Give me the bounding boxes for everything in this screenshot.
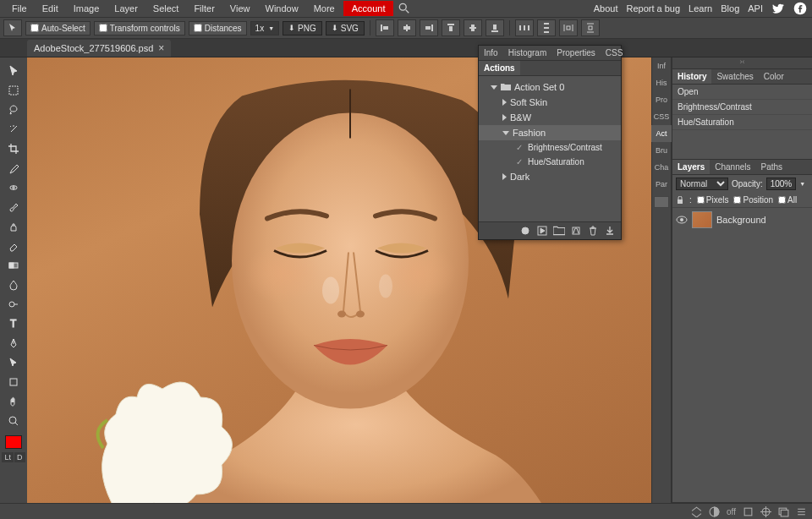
hand-tool[interactable] <box>3 391 24 411</box>
rtab-brush[interactable]: Bru <box>651 142 672 159</box>
rtab-info[interactable]: Inf <box>651 57 672 74</box>
distribute-h-button[interactable] <box>515 19 534 36</box>
lasso-tool[interactable] <box>3 100 24 119</box>
menu-file[interactable]: File <box>5 1 34 16</box>
blur-tool[interactable] <box>3 275 24 294</box>
channels-tab[interactable]: Channels <box>710 160 755 174</box>
pen-tool[interactable] <box>3 333 24 352</box>
move-tool[interactable] <box>3 61 24 80</box>
rtab-actions[interactable]: Act <box>651 125 672 142</box>
menu-window[interactable]: Window <box>259 1 305 16</box>
foreground-color[interactable] <box>5 435 22 449</box>
align-left-button[interactable] <box>376 19 394 36</box>
link-blog[interactable]: Blog <box>721 3 739 14</box>
float-tab-info[interactable]: Info <box>479 46 503 60</box>
light-mode[interactable]: Lt <box>2 452 14 462</box>
path-select-tool[interactable] <box>3 352 24 372</box>
menu-filter[interactable]: Filter <box>187 1 221 16</box>
rtab-history[interactable]: His <box>651 74 672 91</box>
action-step[interactable]: ✓Hue/Saturation <box>479 155 621 169</box>
layers-tab[interactable]: Layers <box>672 160 710 174</box>
rtab-thumbnail[interactable] <box>654 196 669 208</box>
sb-expand-icon[interactable] <box>691 506 702 517</box>
menu-view[interactable]: View <box>223 1 257 16</box>
record-icon[interactable] <box>519 226 531 236</box>
align-center-h-button[interactable] <box>398 19 416 36</box>
layer-item[interactable]: Background <box>672 208 812 232</box>
menu-edit[interactable]: Edit <box>36 1 65 16</box>
auto-select-option[interactable]: Auto-Select <box>25 21 91 36</box>
menu-more[interactable]: More <box>307 1 342 16</box>
history-item[interactable]: Brightness/Contrast <box>672 100 812 115</box>
sb-square-icon[interactable] <box>743 506 754 517</box>
distribute-spacing-v-button[interactable] <box>581 19 600 36</box>
rtab-css[interactable]: CSS <box>651 108 672 125</box>
action-item[interactable]: Soft Skin <box>479 95 621 110</box>
color-swatches[interactable]: LtD <box>2 435 25 462</box>
sb-half-circle-icon[interactable] <box>709 506 720 517</box>
move-tool-indicator[interactable] <box>3 19 22 36</box>
dark-mode[interactable]: D <box>14 452 25 462</box>
visibility-icon[interactable] <box>676 216 688 224</box>
history-item[interactable]: Hue/Saturation <box>672 115 812 130</box>
action-step[interactable]: ✓Brightness/Contrast <box>479 140 621 155</box>
color-tab[interactable]: Color <box>759 69 789 84</box>
history-tab[interactable]: History <box>672 69 711 84</box>
dodge-tool[interactable] <box>3 294 24 314</box>
align-center-v-button[interactable] <box>464 19 482 36</box>
new-folder-icon[interactable] <box>553 226 565 236</box>
rtab-character[interactable]: Cha <box>651 159 672 176</box>
panels-collapse[interactable]: ›‹ <box>672 57 812 69</box>
sb-menu-icon[interactable] <box>796 506 807 517</box>
action-item[interactable]: B&W <box>479 110 621 125</box>
menu-account[interactable]: Account <box>343 1 394 16</box>
trash-icon[interactable] <box>587 226 599 236</box>
rtab-properties[interactable]: Pro <box>651 91 672 108</box>
link-about[interactable]: About <box>594 3 618 14</box>
distribute-v-button[interactable] <box>537 19 556 36</box>
twitter-icon[interactable] <box>771 2 785 15</box>
document-tab[interactable]: AdobeStock_277519606.psd × <box>27 40 171 57</box>
history-item[interactable]: Open <box>672 85 812 100</box>
blend-mode-select[interactable]: Normal <box>676 178 728 190</box>
gradient-tool[interactable] <box>3 255 24 275</box>
align-right-button[interactable] <box>420 19 438 36</box>
float-tab-css[interactable]: CSS <box>601 46 628 60</box>
lock-icon[interactable] <box>676 196 684 205</box>
eraser-tool[interactable] <box>3 236 24 255</box>
float-tab-histogram[interactable]: Histogram <box>503 46 552 60</box>
wand-tool[interactable] <box>3 119 24 139</box>
lock-all[interactable]: All <box>778 195 797 205</box>
clone-tool[interactable] <box>3 216 24 236</box>
download-icon[interactable] <box>604 226 616 236</box>
export-png-button[interactable]: ⬇PNG <box>283 21 322 36</box>
link-bug[interactable]: Report a bug <box>626 3 680 14</box>
action-item[interactable]: Dark <box>479 169 621 184</box>
lock-position[interactable]: Position <box>733 195 773 205</box>
float-tab-actions[interactable]: Actions <box>479 61 520 75</box>
distances-option[interactable]: Distances <box>189 21 247 36</box>
facebook-icon[interactable] <box>793 2 807 15</box>
link-api[interactable]: API <box>748 3 763 14</box>
export-svg-button[interactable]: ⬇SVG <box>326 21 365 36</box>
transform-controls-option[interactable]: Transform controls <box>94 21 185 36</box>
eyedropper-tool[interactable] <box>3 158 24 178</box>
action-item[interactable]: Fashion <box>479 125 621 140</box>
align-bottom-button[interactable] <box>486 19 504 36</box>
rtab-paragraph[interactable]: Par <box>651 176 672 193</box>
swatches-tab[interactable]: Swatches <box>711 69 758 84</box>
new-action-icon[interactable] <box>570 226 582 236</box>
lock-pixels[interactable]: Pixels <box>697 195 729 205</box>
menu-layer[interactable]: Layer <box>107 1 145 16</box>
rect-select-tool[interactable] <box>3 80 24 100</box>
sb-stack-icon[interactable] <box>778 506 789 517</box>
menu-image[interactable]: Image <box>67 1 107 16</box>
menu-select[interactable]: Select <box>146 1 186 16</box>
distribute-spacing-h-button[interactable] <box>559 19 578 36</box>
zoom-tool[interactable] <box>3 411 24 430</box>
heal-tool[interactable] <box>3 178 24 197</box>
shape-tool[interactable] <box>3 372 24 391</box>
play-icon[interactable] <box>536 226 548 236</box>
action-set[interactable]: Action Set 0 <box>479 79 621 95</box>
zoom-dropdown[interactable]: 1x▼ <box>250 21 280 36</box>
